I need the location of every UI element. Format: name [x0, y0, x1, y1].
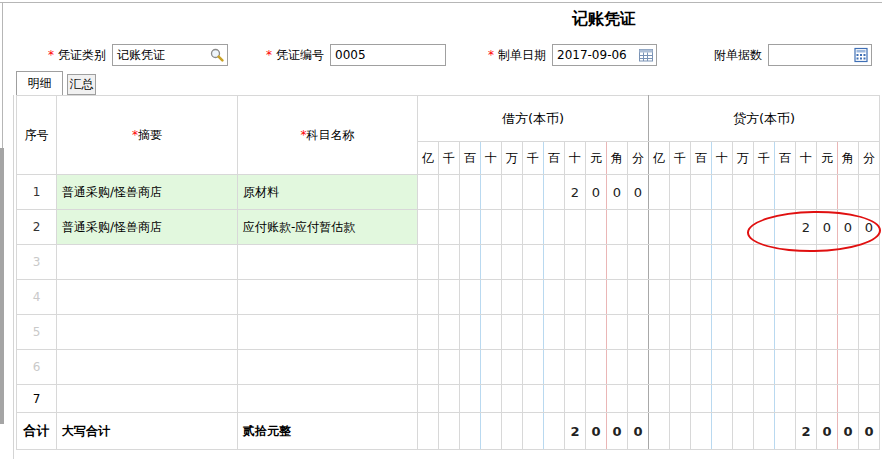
digit-cell[interactable]: [649, 315, 670, 350]
digit-cell[interactable]: [523, 350, 544, 385]
digit-cell[interactable]: [544, 245, 565, 280]
digit-cell[interactable]: [754, 280, 775, 315]
digit-cell[interactable]: [544, 210, 565, 245]
digit-cell[interactable]: [586, 350, 607, 385]
digit-cell[interactable]: [460, 280, 481, 315]
tab-detail[interactable]: 明细: [16, 71, 63, 95]
digit-cell[interactable]: [586, 280, 607, 315]
account-cell[interactable]: 原材料: [238, 175, 418, 210]
calendar-icon[interactable]: [638, 47, 654, 63]
summary-cell[interactable]: [57, 315, 238, 350]
digit-cell[interactable]: [460, 175, 481, 210]
digit-cell[interactable]: [628, 280, 649, 315]
digit-cell[interactable]: [460, 315, 481, 350]
digit-cell[interactable]: [838, 385, 859, 413]
digit-cell[interactable]: [565, 315, 586, 350]
digit-cell[interactable]: [523, 245, 544, 280]
digit-cell[interactable]: [838, 315, 859, 350]
summary-cell[interactable]: [57, 385, 238, 413]
digit-cell[interactable]: [607, 315, 628, 350]
digit-cell[interactable]: [754, 245, 775, 280]
digit-cell[interactable]: [691, 210, 712, 245]
digit-cell[interactable]: [796, 385, 817, 413]
digit-cell[interactable]: [481, 175, 502, 210]
digit-cell[interactable]: [418, 280, 439, 315]
digit-cell[interactable]: [670, 315, 691, 350]
digit-cell[interactable]: [775, 280, 796, 315]
digit-cell[interactable]: [859, 350, 880, 385]
digit-cell[interactable]: [733, 245, 754, 280]
digit-cell[interactable]: [628, 385, 649, 413]
digit-cell[interactable]: [481, 385, 502, 413]
digit-cell[interactable]: [481, 245, 502, 280]
account-cell[interactable]: [238, 350, 418, 385]
digit-cell[interactable]: [691, 245, 712, 280]
digit-cell[interactable]: [649, 385, 670, 413]
summary-cell[interactable]: [57, 350, 238, 385]
digit-cell[interactable]: [817, 175, 838, 210]
digit-cell[interactable]: [691, 175, 712, 210]
digit-cell[interactable]: 0: [628, 175, 649, 210]
tab-summary[interactable]: 汇总: [67, 74, 96, 95]
digit-cell[interactable]: [481, 210, 502, 245]
digit-cell[interactable]: [565, 245, 586, 280]
digit-cell[interactable]: [670, 350, 691, 385]
digit-cell[interactable]: [418, 385, 439, 413]
digit-cell[interactable]: [607, 210, 628, 245]
digit-cell[interactable]: [670, 175, 691, 210]
digit-cell[interactable]: [670, 245, 691, 280]
digit-cell[interactable]: [775, 350, 796, 385]
digit-cell[interactable]: [670, 385, 691, 413]
digit-cell[interactable]: [628, 315, 649, 350]
digit-cell[interactable]: [502, 350, 523, 385]
digit-cell[interactable]: [712, 210, 733, 245]
digit-cell[interactable]: [460, 350, 481, 385]
digit-cell[interactable]: [859, 245, 880, 280]
digit-cell[interactable]: [628, 350, 649, 385]
voucher-no-input[interactable]: 0005: [330, 44, 446, 66]
digit-cell[interactable]: [439, 175, 460, 210]
digit-cell[interactable]: [586, 315, 607, 350]
digit-cell[interactable]: [817, 315, 838, 350]
digit-cell[interactable]: [523, 280, 544, 315]
voucher-type-input[interactable]: 记账凭证: [112, 44, 228, 66]
calculator-icon[interactable]: [853, 47, 869, 63]
digit-cell[interactable]: [817, 385, 838, 413]
digit-cell[interactable]: [733, 385, 754, 413]
digit-cell[interactable]: [523, 210, 544, 245]
digit-cell[interactable]: 2: [565, 175, 586, 210]
digit-cell[interactable]: [649, 175, 670, 210]
digit-cell[interactable]: [586, 210, 607, 245]
digit-cell[interactable]: [838, 280, 859, 315]
digit-cell[interactable]: [754, 175, 775, 210]
digit-cell[interactable]: [418, 315, 439, 350]
digit-cell[interactable]: [586, 385, 607, 413]
digit-cell[interactable]: [649, 210, 670, 245]
digit-cell[interactable]: [649, 245, 670, 280]
digit-cell[interactable]: [607, 350, 628, 385]
digit-cell[interactable]: [733, 315, 754, 350]
digit-cell[interactable]: [502, 385, 523, 413]
digit-cell[interactable]: [754, 315, 775, 350]
account-cell[interactable]: 应付账款-应付暂估款: [238, 210, 418, 245]
digit-cell[interactable]: [607, 245, 628, 280]
summary-cell[interactable]: [57, 280, 238, 315]
digit-cell[interactable]: [859, 315, 880, 350]
account-cell[interactable]: [238, 385, 418, 413]
digit-cell[interactable]: [712, 280, 733, 315]
digit-cell[interactable]: [502, 175, 523, 210]
digit-cell[interactable]: [607, 385, 628, 413]
digit-cell[interactable]: [628, 210, 649, 245]
digit-cell[interactable]: [523, 175, 544, 210]
digit-cell[interactable]: [523, 385, 544, 413]
digit-cell[interactable]: [754, 350, 775, 385]
summary-cell[interactable]: 普通采购/怪兽商店: [57, 210, 238, 245]
digit-cell[interactable]: [439, 210, 460, 245]
digit-cell[interactable]: [712, 315, 733, 350]
digit-cell[interactable]: [460, 385, 481, 413]
digit-cell[interactable]: [691, 315, 712, 350]
digit-cell[interactable]: [712, 350, 733, 385]
digit-cell[interactable]: [817, 280, 838, 315]
digit-cell[interactable]: [460, 210, 481, 245]
digit-cell[interactable]: [502, 245, 523, 280]
